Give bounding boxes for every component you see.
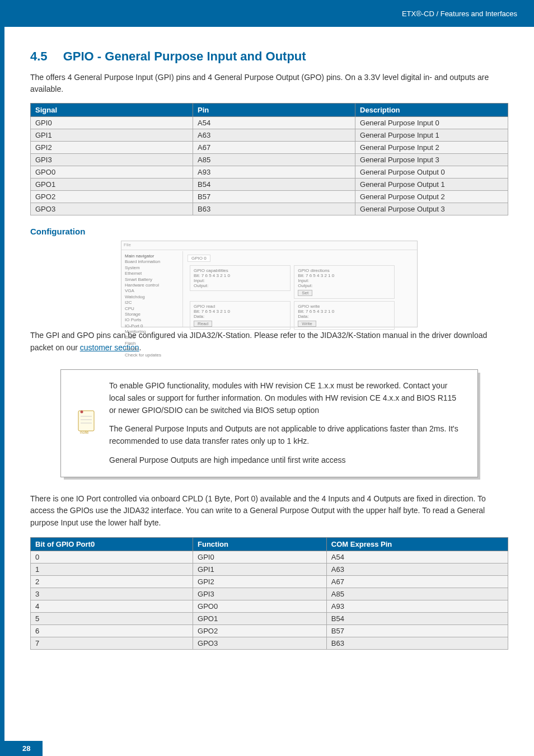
table-row: 5GPO1B54 (31, 612, 508, 624)
tree-item: IO-Port 0 (125, 323, 179, 329)
table-cell: 2 (31, 575, 193, 588)
tree-item: Board information (125, 259, 179, 265)
set-button: Set (298, 290, 312, 296)
group-row: Data: (298, 314, 391, 319)
tree-item: Watchdog (125, 294, 179, 300)
tree-item: CPU (125, 306, 179, 312)
group-row: Data: (194, 314, 287, 319)
configuration-caption: The GPI and GPO pins can be configured v… (30, 330, 508, 354)
kstation-screenshot: File Main navigator Board informationSys… (121, 241, 418, 327)
table-cell: GPO0 (193, 600, 327, 612)
table-header: COM Express Pin (326, 537, 508, 551)
table-cell: A54 (326, 551, 508, 563)
tree-item: Modify (125, 346, 179, 352)
intro-paragraph: The offers 4 General Purpose Input (GPI)… (30, 72, 508, 95)
table-cell: General Purpose Input 0 (355, 117, 508, 129)
tree-item: Hardware control (125, 283, 179, 288)
group-row: Bit: 7 6 5 4 3 2 1 0 (298, 273, 391, 278)
table-cell: A63 (193, 129, 355, 142)
table-cell: GPO3 (31, 203, 193, 215)
table-cell: GPI2 (193, 575, 327, 588)
svg-point-1 (81, 411, 83, 414)
table-cell: General Purpose Output 3 (355, 203, 508, 215)
table-cell: A67 (326, 575, 508, 588)
table-cell: General Purpose Output 0 (355, 166, 508, 179)
table-row: GPI2A67General Purpose Input 2 (31, 142, 508, 154)
group-row: Bit: 7 6 5 4 3 2 1 0 (194, 273, 287, 278)
table-cell: 5 (31, 612, 193, 624)
svg-rect-0 (78, 411, 94, 431)
page-footer: 28 (4, 741, 534, 756)
note-paragraph: The General Purpose Inputs and Outputs a… (109, 423, 465, 447)
table-cell: A63 (326, 563, 508, 575)
table-row: GPI0A54General Purpose Input 0 (31, 117, 508, 129)
table-cell: General Purpose Input 2 (355, 142, 508, 154)
table-header: Signal (31, 104, 193, 117)
group-row: Output: (298, 283, 391, 288)
table-cell: 0 (31, 551, 193, 563)
header-band: ETX®-CD / Features and Interfaces (4, 0, 534, 27)
screenshot-nav-title: Main navigator (125, 253, 179, 259)
table-cell: GPO3 (193, 637, 327, 649)
table-cell: GPO2 (193, 624, 327, 637)
read-button: Read (194, 321, 212, 327)
tree-item: Ethernet (125, 271, 179, 276)
table-cell: B54 (193, 179, 355, 191)
table-cell: B63 (326, 637, 508, 649)
note-paragraph: General Purpose Outputs are high impedan… (109, 454, 465, 467)
gpio-signal-table: Signal Pin Description GPI0A54General Pu… (30, 103, 508, 215)
screenshot-menu: File (124, 242, 131, 247)
table-cell: B57 (193, 191, 355, 203)
table-row: 3GPI3A85 (31, 588, 508, 600)
group-title: GPIO read (194, 304, 287, 309)
table-header: Bit of GPIO Port0 (31, 537, 193, 551)
note-box: note To enable GPIO functionality, modul… (60, 369, 478, 477)
table-cell: General Purpose Input 3 (355, 154, 508, 166)
group-row: Input: (194, 278, 287, 283)
table-header: Pin (193, 104, 355, 117)
group-row: Input: (298, 278, 391, 283)
tree-item: BIOS (125, 335, 179, 340)
table-cell: GPI1 (31, 129, 193, 142)
tree-item: Smart Battery (125, 277, 179, 283)
table-cell: GPI3 (31, 154, 193, 166)
tree-item: Storage (125, 312, 179, 317)
table-row: 0GPI0A54 (31, 551, 508, 563)
gpio-port0-table: Bit of GPIO Port0 Function COM Express P… (30, 537, 508, 650)
table-cell: GPI0 (31, 117, 193, 129)
group-title: GPIO capabilities (194, 268, 287, 273)
section-title-text: GPIO - General Purpose Input and Output (63, 49, 306, 63)
breadcrumb: ETX®-CD / Features and Interfaces (402, 10, 517, 18)
table-cell: GPI2 (31, 142, 193, 154)
table-cell: GPO1 (31, 179, 193, 191)
table-cell: A54 (193, 117, 355, 129)
group-row: Bit: 7 6 5 4 3 2 1 0 (194, 309, 287, 314)
table-cell: GPI3 (193, 588, 327, 600)
tree-item: Flash (125, 341, 179, 346)
table-row: GPO1B54General Purpose Output 1 (31, 179, 508, 191)
table-cell: A85 (193, 154, 355, 166)
table-cell: B63 (193, 203, 355, 215)
table-header: Function (193, 537, 327, 551)
table-cell: 7 (31, 637, 193, 649)
note-icon: note (73, 410, 99, 436)
table-cell: B54 (326, 612, 508, 624)
table-row: GPO2B57General Purpose Output 2 (31, 191, 508, 203)
table-cell: 3 (31, 588, 193, 600)
tree-item: Check for updates (125, 353, 179, 358)
table-cell: GPO1 (193, 612, 327, 624)
table-cell: General Purpose Input 1 (355, 129, 508, 142)
table-row: 1GPI1A63 (31, 563, 508, 575)
tree-item: VGA (125, 288, 179, 294)
tree-item: System (125, 265, 179, 271)
table-cell: B57 (326, 624, 508, 637)
tree-item: IO Ports (125, 317, 179, 323)
tree-item: Monitoring (125, 329, 179, 335)
write-button: Write (298, 321, 316, 327)
table-row: 2GPI2A67 (31, 575, 508, 588)
group-row: Bit: 7 6 5 4 3 2 1 0 (298, 309, 391, 314)
table-cell: A93 (193, 166, 355, 179)
table-cell: 6 (31, 624, 193, 637)
section-number: 4.5 (30, 49, 48, 64)
table-header: Description (355, 104, 508, 117)
